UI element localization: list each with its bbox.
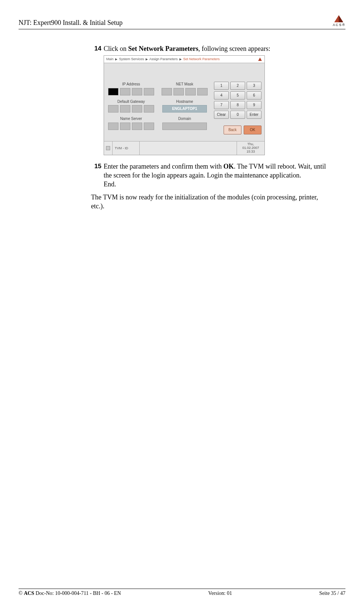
device-icon [104, 141, 113, 155]
key-2[interactable]: 2 [230, 82, 245, 90]
status-time-value: 15:33 [238, 150, 264, 154]
bold-text: Set Network Parameters [128, 45, 198, 52]
bc-current: Set Network Parameters [183, 57, 220, 61]
key-4[interactable]: 4 [214, 91, 229, 100]
domain-label: Domain [178, 116, 191, 121]
step-number: 14 [91, 44, 104, 159]
netmask-label: NET Mask [176, 82, 194, 87]
netmask-input[interactable] [162, 88, 208, 95]
bc-main: Main [106, 57, 114, 61]
text: Click on [104, 45, 128, 52]
key-6[interactable]: 6 [247, 91, 261, 100]
key-3[interactable]: 3 [247, 82, 261, 90]
bold-text: OK [223, 163, 234, 170]
status-bar: TVM - ID Thu, 01.02.2007 15:33 [104, 141, 264, 155]
copyright-symbol: © [19, 590, 24, 596]
gateway-input[interactable] [108, 105, 154, 113]
hostname-input[interactable]: ENGLAPTOP1 [162, 105, 207, 113]
text: Enter the parameters and confirm them wi… [104, 163, 223, 170]
step-15: 15 Enter the parameters and confirm them… [91, 162, 331, 189]
end-text: End. [104, 180, 116, 188]
footer-version: Version: 01 [208, 590, 232, 596]
numeric-keypad: 1 2 3 4 5 6 7 8 9 Clear 0 [214, 82, 261, 119]
hostname-label: Hostname [176, 99, 193, 104]
footer-docno: Doc-No: 10-000-004-711 - BH - 06 - EN [34, 590, 121, 596]
svg-marker-2 [258, 58, 262, 61]
step-number: 15 [91, 162, 104, 189]
chevron-right-icon: ▶ [115, 58, 117, 61]
bc-services: System Services [119, 57, 144, 61]
step-text: Enter the parameters and confirm them wi… [104, 162, 331, 189]
ip-input[interactable] [108, 88, 154, 95]
key-8[interactable]: 8 [230, 101, 245, 109]
key-clear[interactable]: Clear [214, 111, 229, 119]
key-5[interactable]: 5 [230, 91, 245, 100]
nameserver-input[interactable] [108, 123, 154, 130]
chevron-right-icon: ▶ [146, 58, 148, 61]
chevron-right-icon: ▶ [179, 58, 182, 61]
closing-paragraph: The TVM is now ready for the initializat… [91, 193, 331, 211]
key-7[interactable]: 7 [214, 101, 229, 109]
step-14: 14 Click on Set Network Parameters, foll… [91, 44, 331, 159]
key-enter[interactable]: Enter [247, 111, 261, 119]
step-text: Click on Set Network Parameters, followi… [104, 44, 331, 159]
acs-logo: A C S ® [332, 15, 345, 27]
gateway-label: Default Gateway [117, 99, 145, 104]
logo-text: A C S ® [333, 23, 345, 27]
footer-page: Seite 35 / 47 [319, 590, 345, 596]
content-area: 14 Click on Set Network Parameters, foll… [91, 44, 331, 211]
back-button[interactable]: Back [224, 126, 241, 134]
text: , following screen appears: [198, 45, 270, 52]
breadcrumb: Main ▶ System Services ▶ Assign Paramete… [104, 56, 264, 63]
ip-label: IP Address [122, 82, 140, 87]
key-1[interactable]: 1 [214, 82, 229, 90]
nameserver-label: Name Server [120, 116, 142, 121]
tvm-id-label: TVM - ID [113, 141, 140, 155]
network-params-screenshot: Main ▶ System Services ▶ Assign Paramete… [104, 55, 265, 155]
svg-marker-1 [339, 15, 343, 22]
domain-input[interactable] [162, 123, 207, 130]
page-header: NJT: Expert900 Install. & Initial Setup … [19, 15, 345, 29]
footer-acs: ACS [24, 590, 34, 596]
svg-rect-3 [106, 146, 110, 150]
key-9[interactable]: 9 [247, 101, 261, 109]
doc-title: NJT: Expert900 Install. & Initial Setup [19, 19, 123, 27]
logo-icon [258, 57, 262, 62]
page-footer: © ACS Doc-No: 10-000-004-711 - BH - 06 -… [19, 589, 345, 596]
status-datetime: Thu, 01.02.2007 15:33 [237, 141, 264, 155]
bc-assign: Assign Parameters [149, 57, 178, 61]
key-0[interactable]: 0 [230, 111, 245, 119]
ok-button[interactable]: OK [244, 126, 261, 134]
